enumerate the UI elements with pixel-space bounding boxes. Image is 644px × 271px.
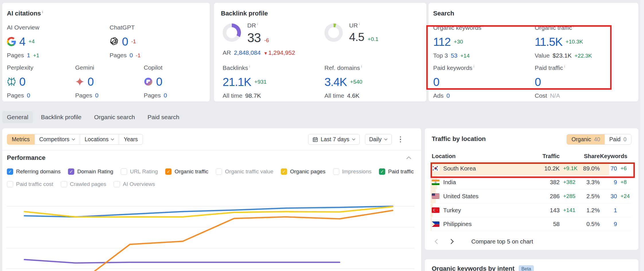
toggle-count: 0: [623, 136, 627, 143]
unchecked-checkbox-icon[interactable]: [216, 168, 222, 175]
chevron-down-icon: [352, 138, 355, 141]
tab-organic-search[interactable]: Organic search: [90, 111, 139, 123]
keywords-count-link[interactable]: 30: [600, 193, 617, 200]
metric-subvalue[interactable]: 1: [27, 52, 30, 59]
keywords-count-link[interactable]: 1: [600, 207, 617, 214]
checkbox-crawled-pages[interactable]: Crawled pages: [61, 181, 106, 187]
prev-page-button[interactable]: [432, 237, 440, 246]
checkbox-url-rating[interactable]: URL Rating: [121, 168, 158, 175]
ar-value-link[interactable]: 2,848,084: [234, 49, 260, 56]
checkbox-paid-traffic[interactable]: Paid traffic: [379, 168, 414, 175]
gemini-icon: [75, 77, 84, 86]
domain-rating-block: DR 33 -6: [223, 21, 269, 45]
metric-delta: +931: [254, 79, 267, 85]
scrollbar-track[interactable]: [640, 0, 644, 271]
metric-value-link[interactable]: 0: [122, 35, 128, 48]
checked-checkbox-icon[interactable]: [281, 168, 287, 175]
metric-subvalue[interactable]: 0: [27, 92, 30, 99]
seo-overview-dashboard: AI citations AI Overview4+4Pages1+1ChatG…: [0, 0, 644, 271]
metric-value-link[interactable]: 11.5K: [535, 36, 563, 48]
granularity-dropdown[interactable]: Daily: [365, 134, 392, 145]
metric-subrow: Ads0: [433, 92, 474, 99]
metric-value-link[interactable]: 21.1K: [223, 76, 251, 89]
metric-value-link[interactable]: 0: [87, 75, 94, 88]
collapse-section-button[interactable]: [406, 155, 411, 160]
unchecked-checkbox-icon[interactable]: [114, 181, 120, 187]
col-location: Location: [432, 153, 530, 160]
metric-label: ChatGPT: [110, 24, 141, 31]
toggle-paid[interactable]: Paid0: [605, 134, 631, 144]
traffic-delta: +285: [560, 193, 578, 199]
metric-perplexity: Perplexity0Pages0: [7, 64, 33, 99]
metric-subrow: Pages0: [75, 92, 98, 99]
metric-value-link[interactable]: 0: [156, 75, 162, 88]
keywords-count-link[interactable]: 70: [600, 165, 617, 172]
tab-paid-search[interactable]: Paid search: [143, 111, 184, 123]
metric-subvalue[interactable]: 53: [451, 52, 457, 59]
checkbox-paid-traffic-cost[interactable]: Paid traffic cost: [7, 181, 53, 187]
checked-checkbox-icon[interactable]: [7, 168, 13, 175]
metrics-button[interactable]: Metrics: [7, 134, 35, 145]
chevron-down-icon: [111, 138, 114, 141]
traffic-delta: +9.1K: [560, 165, 578, 172]
checked-checkbox-icon[interactable]: [379, 168, 385, 175]
checkbox-organic-traffic[interactable]: Organic traffic: [165, 168, 208, 175]
metric-subvalue[interactable]: 0: [446, 92, 450, 99]
col-share: Share: [578, 153, 600, 160]
checkbox-impressions[interactable]: Impressions: [333, 168, 371, 175]
beta-badge: Beta: [519, 265, 534, 271]
ur-label: UR: [349, 22, 378, 29]
metric-subvalue: 98.7K: [245, 92, 261, 99]
metric-value-link[interactable]: 4: [19, 35, 25, 48]
share-value: 1.2%: [578, 207, 600, 214]
keywords-count-link[interactable]: 9: [600, 179, 617, 186]
metric-subvalue[interactable]: 0: [95, 92, 99, 99]
dr-delta: -6: [264, 37, 269, 44]
metric-value-link[interactable]: 112: [433, 36, 451, 48]
metric-subvalue[interactable]: 0: [130, 52, 133, 59]
metric-subrow: All time98.7K: [223, 92, 266, 99]
locations-dropdown[interactable]: Locations: [80, 134, 119, 145]
metric-value-link[interactable]: 0: [19, 75, 25, 88]
metric-gemini: Gemini0Pages0: [75, 64, 98, 99]
metric-label: Paid traffic: [535, 64, 565, 71]
location-row-turkey: Turkey143+1411.2%1: [432, 203, 631, 217]
ar-label: AR: [223, 49, 231, 56]
checkbox-referring-domains[interactable]: Referring domains: [7, 168, 61, 175]
unchecked-checkbox-icon[interactable]: [61, 181, 67, 187]
compare-top5-link[interactable]: Compare top 5 on chart: [471, 238, 533, 245]
toggle-organic[interactable]: Organic40: [567, 134, 605, 144]
checked-checkbox-icon[interactable]: [68, 168, 74, 175]
metric-delta: +10.3K: [566, 39, 583, 45]
metric-subvalue[interactable]: 0: [164, 92, 167, 99]
checkbox-organic-pages[interactable]: Organic pages: [281, 168, 326, 175]
competitors-dropdown[interactable]: Competitors: [34, 134, 80, 145]
checkbox-label: URL Rating: [130, 168, 158, 175]
unchecked-checkbox-icon[interactable]: [7, 181, 13, 187]
checkbox-ai-overviews[interactable]: AI Overviews: [114, 181, 155, 187]
checkbox-organic-traffic-value[interactable]: Organic traffic value: [216, 168, 273, 175]
keywords-count-link[interactable]: 9: [600, 221, 617, 227]
checkbox-domain-rating[interactable]: Domain Rating: [68, 168, 113, 175]
location-table-header: Location Traffic Share Keywords: [432, 153, 631, 160]
tab-general[interactable]: General: [2, 111, 33, 123]
tab-backlink-profile[interactable]: Backlink profile: [36, 111, 86, 123]
metric-value-link[interactable]: 0: [535, 76, 541, 89]
metric-subrow: Top 353+14: [433, 52, 483, 59]
metric-subdelta: +14: [460, 53, 470, 59]
more-options-kebab-icon[interactable]: [397, 135, 404, 144]
metric-subvalue: $23.1K: [552, 52, 572, 59]
metric-value-link[interactable]: 0: [433, 76, 439, 89]
checked-checkbox-icon[interactable]: [165, 168, 172, 175]
next-page-button[interactable]: [448, 237, 456, 246]
location-name: South Korea: [443, 165, 476, 172]
years-button[interactable]: Years: [119, 134, 143, 145]
traffic-value: 286: [530, 193, 560, 200]
metric-value-link[interactable]: 3.4K: [324, 76, 347, 89]
share-value: 89.0%: [578, 165, 600, 172]
unchecked-checkbox-icon[interactable]: [121, 168, 127, 175]
ar-delta: 1,294,952: [264, 49, 295, 56]
unchecked-checkbox-icon[interactable]: [333, 168, 339, 175]
date-range-dropdown[interactable]: Last 7 days: [308, 134, 360, 145]
checkbox-label: Organic traffic: [174, 168, 208, 175]
